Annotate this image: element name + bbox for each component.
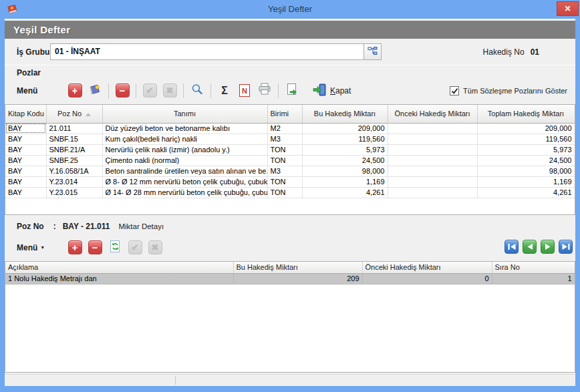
column-header-birimi[interactable]: Birimi <box>267 105 302 123</box>
add-button[interactable]: + <box>67 83 83 99</box>
cell[interactable]: 119,560 <box>302 134 388 144</box>
cell[interactable]: BAY <box>5 155 46 166</box>
detail-confirm-button[interactable]: ✔ <box>127 240 143 256</box>
cell[interactable]: 0 <box>362 273 492 284</box>
column-header-bu-hakedis[interactable]: Bu Hakediş Miktarı <box>302 105 388 123</box>
sum-button[interactable]: Σ <box>216 83 233 99</box>
cell[interactable] <box>388 134 477 144</box>
cell[interactable] <box>388 187 477 198</box>
previous-record-button[interactable] <box>523 240 537 254</box>
search-button[interactable] <box>189 83 205 99</box>
detail-delete-button[interactable]: − <box>87 240 103 256</box>
cell[interactable]: TON <box>267 155 302 166</box>
table-row[interactable]: BAY21.011Düz yüzeyli beton ve betonarme … <box>5 123 575 134</box>
is-grubu-combo[interactable]: 01 - İNŞAAT <box>50 43 382 60</box>
column-header-bu-hakedis[interactable]: Bu Hakediş Miktarı <box>233 262 362 273</box>
cell[interactable]: SNBF.21/A <box>46 144 102 155</box>
cell[interactable]: Beton santralinde üretilen veya satın al… <box>102 166 267 176</box>
cell[interactable]: Y.16.058/1A <box>46 166 102 176</box>
table-row[interactable]: BAYY.23.014Ø 8- Ø 12 mm nervürlü beton ç… <box>5 176 575 187</box>
detail-menu-button[interactable]: Menü ▼ <box>17 243 65 252</box>
cell[interactable]: BAY <box>5 187 46 198</box>
column-header-tanimi[interactable]: Tanımı <box>102 105 267 123</box>
next-record-button[interactable] <box>541 240 555 254</box>
cell[interactable]: TON <box>267 144 302 155</box>
detail-refresh-button[interactable] <box>107 240 123 256</box>
table-row-selected[interactable]: 1 Nolu Hakediş Metrajı dan 209 0 1 <box>5 273 575 284</box>
cell[interactable]: SNBF.15 <box>46 134 102 144</box>
cell[interactable]: 4,261 <box>302 187 388 198</box>
table-row[interactable]: BAYSNBF.25Çimento nakli (normal)TON24,50… <box>5 155 575 166</box>
cell[interactable]: 209,000 <box>302 123 388 134</box>
cell[interactable] <box>388 166 477 176</box>
cell[interactable]: BAY <box>5 166 46 176</box>
cell[interactable]: Ø 14- Ø 28 mm nervürlü beton çelik çubuğ… <box>102 187 267 198</box>
table-row[interactable]: BAYSNBF.21/ANervürlü çelik nakli (izmir)… <box>5 144 575 155</box>
menu-button[interactable]: Menü <box>17 86 65 95</box>
cell[interactable]: 4,261 <box>477 187 575 198</box>
cell[interactable]: Düz yüzeyli beton ve betonarme kalıbı <box>102 123 267 134</box>
cell[interactable]: 24,500 <box>477 155 575 166</box>
cell[interactable]: Kum çakıl(bedeli hariç) nakli <box>102 134 267 144</box>
cell[interactable]: TON <box>267 187 302 198</box>
cell[interactable]: BAY <box>5 123 46 134</box>
last-record-button[interactable] <box>559 240 573 254</box>
cell[interactable]: 98,000 <box>302 166 388 176</box>
cell[interactable]: BAY <box>5 176 46 187</box>
export-button[interactable] <box>284 83 300 99</box>
cell[interactable]: BAY <box>5 144 46 155</box>
close-button[interactable]: ✕ <box>557 1 579 16</box>
confirm-button[interactable]: ✔ <box>142 83 158 99</box>
cell[interactable]: 98,000 <box>477 166 575 176</box>
cell[interactable] <box>388 144 477 155</box>
print-button[interactable] <box>257 83 273 99</box>
cell[interactable]: Nervürlü çelik nakli (izmir) (anadolu y.… <box>102 144 267 155</box>
cancel-button[interactable]: ✖ <box>162 83 178 99</box>
note-button[interactable]: N <box>237 83 253 99</box>
cell[interactable]: 209,000 <box>477 123 575 134</box>
delete-button[interactable]: − <box>114 83 130 99</box>
table-row[interactable]: BAYY.23.015Ø 14- Ø 28 mm nervürlü beton … <box>5 187 575 198</box>
detail-cancel-button[interactable]: ✖ <box>147 240 163 256</box>
is-grubu-value[interactable]: 01 - İNŞAAT <box>51 44 364 59</box>
cell[interactable] <box>388 123 477 134</box>
table-row[interactable]: BAYY.16.058/1ABeton santralinde üretilen… <box>5 166 575 176</box>
cell[interactable]: TON <box>267 176 302 187</box>
cell[interactable]: 209 <box>233 273 362 284</box>
cell[interactable]: Y.23.014 <box>46 176 102 187</box>
cell[interactable]: M3 <box>267 166 302 176</box>
cell[interactable]: 1 <box>492 273 575 284</box>
add-from-book-button[interactable] <box>87 83 103 99</box>
cell[interactable]: BAY <box>5 134 46 144</box>
cell[interactable] <box>388 155 477 166</box>
cell[interactable]: Çimento nakli (normal) <box>102 155 267 166</box>
show-all-contract-items-checkbox[interactable] <box>450 86 459 95</box>
column-header-toplam-hakedis[interactable]: Toplam Hakediş Miktarı <box>477 105 575 123</box>
cell[interactable]: 5,973 <box>477 144 575 155</box>
cell[interactable]: M2 <box>267 123 302 134</box>
kapat-button[interactable]: Kapat <box>313 83 351 98</box>
chevron-down-icon: ▼ <box>40 245 45 250</box>
cell[interactable]: M3 <box>267 134 302 144</box>
cell[interactable]: 119,560 <box>477 134 575 144</box>
cell[interactable]: 1,169 <box>302 176 388 187</box>
cell[interactable]: Ø 8- Ø 12 mm nervürlü beton çelik çubuğu… <box>102 176 267 187</box>
column-header-sira-no[interactable]: Sıra No <box>492 262 575 273</box>
first-record-button[interactable] <box>504 240 519 254</box>
column-header-poz-no[interactable]: Poz No <box>46 105 102 123</box>
is-grubu-select-button[interactable] <box>364 44 381 59</box>
cell[interactable]: 24,500 <box>302 155 388 166</box>
cell[interactable]: SNBF.25 <box>46 155 102 166</box>
cell[interactable]: 5,973 <box>302 144 388 155</box>
column-header-onceki-hakedis[interactable]: Önceki Hakediş Miktarı <box>362 262 492 273</box>
table-row[interactable]: BAYSNBF.15Kum çakıl(bedeli hariç) nakliM… <box>5 134 575 144</box>
cell[interactable]: 1,169 <box>477 176 575 187</box>
column-header-aciklama[interactable]: Açıklama <box>5 262 233 273</box>
column-header-kitap-kodu[interactable]: Kitap Kodu <box>5 105 46 123</box>
column-header-onceki-hakedis[interactable]: Önceki Hakediş Miktarı <box>388 105 477 123</box>
cell[interactable] <box>388 176 477 187</box>
cell[interactable]: 21.011 <box>46 123 102 134</box>
detail-add-button[interactable]: + <box>67 240 83 256</box>
cell[interactable]: Y.23.015 <box>46 187 102 198</box>
cell[interactable]: 1 Nolu Hakediş Metrajı dan <box>5 273 233 284</box>
